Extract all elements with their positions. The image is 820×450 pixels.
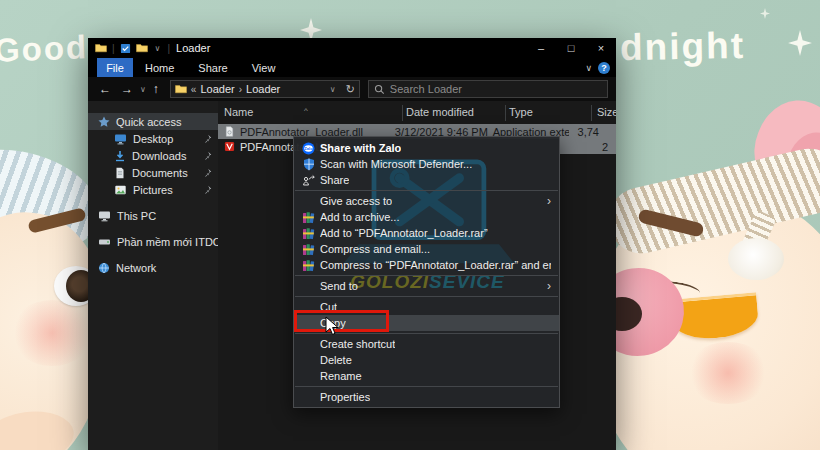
minimize-button[interactable]: – [526,38,556,58]
sidebar-item-pictures[interactable]: Pictures [88,181,218,198]
refresh-icon[interactable]: ↻ [346,83,355,96]
winrar-icon [302,211,315,224]
menu-separator [295,386,558,387]
breadcrumb-parent[interactable]: Loader [200,83,234,95]
right-pig-pompom [728,238,784,280]
tab-home[interactable]: Home [133,62,186,74]
desktop-icon [114,133,127,145]
desktop: Good dnight | ∨ | Loader – □ × File [0,0,820,450]
menu-item-scan-with-microsoft-defender[interactable]: Scan with Microsoft Defender... [294,156,559,172]
search-box[interactable] [368,80,608,98]
address-dropdown-icon[interactable]: ∨ [328,85,338,94]
quick-access-star-icon [98,116,110,128]
sidebar-item-this-pc[interactable]: This PC [88,207,218,224]
qat-customize-icon[interactable]: ∨ [153,44,163,53]
breadcrumb-current[interactable]: Loader [246,83,280,95]
zalo-icon: Zalo [302,142,315,155]
menu-item-add-to-archive[interactable]: Add to archive... [294,209,559,225]
up-button[interactable]: ↑ [148,82,164,96]
properties-icon[interactable] [120,43,131,54]
dll-file-icon [224,126,235,137]
help-icon[interactable]: ? [598,62,610,74]
right-pig-blush [686,342,770,404]
column-header-type[interactable]: Type [509,106,533,118]
menu-item-rename[interactable]: Rename [294,368,559,384]
ribbon-collapse-icon[interactable]: ∨ [585,63,592,73]
context-menu: GOLOZISEVICE ZaloShare with ZaloScan wit… [293,136,560,408]
sidebar-item-ph-n-m-m-m-i-itdoi[interactable]: Phần mềm mới ITDOI [88,233,218,250]
no-icon [302,280,315,293]
sidebar-item-documents[interactable]: Documents [88,164,218,181]
sidebar-item-network[interactable]: Network [88,259,218,276]
sidebar-item-label: Documents [132,167,188,179]
menu-item-send-to[interactable]: Send to› [294,278,559,294]
menu-item-label: Add to archive... [320,211,400,223]
downloads-icon [114,150,126,162]
breadcrumb-separator: › [239,84,242,95]
winrar-icon [302,259,315,272]
tab-view[interactable]: View [240,62,288,74]
sidebar-item-label: Pictures [133,184,173,196]
menu-item-delete[interactable]: Delete [294,352,559,368]
tab-file[interactable]: File [97,58,133,77]
menu-item-properties[interactable]: Properties [294,389,559,405]
mouse-cursor-icon [325,316,339,336]
winrar-icon [302,227,315,240]
menu-item-share-with-zalo[interactable]: ZaloShare with Zalo [294,140,559,156]
column-divider [402,105,403,121]
titlebar[interactable]: | ∨ | Loader – □ × [88,38,616,58]
folder-icon [95,43,107,53]
close-button[interactable]: × [586,38,616,58]
sidebar-item-label: This PC [117,210,156,222]
new-folder-icon[interactable] [136,43,148,53]
column-header-name[interactable]: Name [224,106,253,118]
tab-share[interactable]: Share [186,62,239,74]
file-size: 2 [560,139,616,154]
menu-item-label: Share with Zalo [320,142,401,154]
menu-item-label: Compress to “PDFAnnotator_Loader.rar” an… [320,259,551,271]
submenu-chevron-icon: › [547,281,551,291]
recent-locations-icon[interactable]: ∨ [138,85,148,94]
search-icon [374,84,385,95]
pin-icon [203,185,212,194]
breadcrumb-prefix: « [191,84,197,95]
pin-icon [203,151,212,160]
menu-item-give-access-to[interactable]: Give access to› [294,193,559,209]
menu-item-label: Create shortcut [320,338,395,350]
menu-separator [295,275,558,276]
quick-access-toolbar: | ∨ | [88,43,170,54]
menu-item-compress-and-email[interactable]: Compress and email... [294,241,559,257]
sidebar-item-desktop[interactable]: Desktop [88,130,218,147]
search-input[interactable] [390,83,580,95]
sidebar-item-downloads[interactable]: Downloads [88,147,218,164]
sidebar-item-label: Downloads [132,150,186,162]
menu-item-share[interactable]: Share [294,172,559,188]
menu-item-label: Share [320,174,349,186]
address-bar[interactable]: « Loader › Loader ∨ ↻ [170,80,360,98]
navigation-bar: ← → ∨ ↑ « Loader › Loader ∨ ↻ [88,77,616,101]
pin-icon [203,134,212,143]
menu-item-label: Add to “PDFAnnotator_Loader.rar” [320,227,488,239]
rar-file-icon [224,141,235,152]
menu-item-create-shortcut[interactable]: Create shortcut [294,336,559,352]
back-button[interactable]: ← [94,82,116,96]
column-header-date[interactable]: Date modified [406,106,474,118]
forward-button[interactable]: → [116,82,138,96]
share-icon [302,174,315,187]
sidebar-item-quick-access[interactable]: Quick access [88,113,218,130]
sidebar-item-label: Quick access [116,116,181,128]
maximize-button[interactable]: □ [556,38,586,58]
no-icon [302,370,315,383]
menu-item-compress-to-pdfannotator-loader-rar-and-email[interactable]: Compress to “PDFAnnotator_Loader.rar” an… [294,257,559,273]
this-pc-icon [98,210,111,222]
column-header-size[interactable]: Size [597,106,616,118]
menu-item-add-to-pdfannotator-loader-rar[interactable]: Add to “PDFAnnotator_Loader.rar” [294,225,559,241]
pictures-icon [114,184,127,196]
menu-item-label: Compress and email... [320,243,430,255]
sidebar: Quick accessDesktopDownloadsDocumentsPic… [88,101,218,450]
svg-text:Zalo: Zalo [304,145,313,150]
sparkle-icon [788,30,812,56]
no-icon [302,354,315,367]
sidebar-item-label: Network [116,262,156,274]
winrar-icon [302,243,315,256]
